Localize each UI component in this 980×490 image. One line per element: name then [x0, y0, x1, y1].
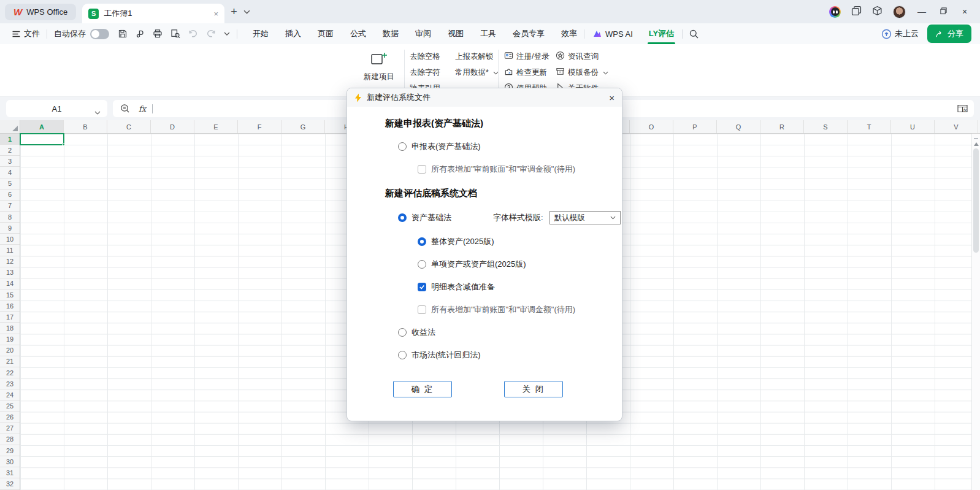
radio-unchecked-icon[interactable] — [418, 260, 426, 269]
row-header-19[interactable]: 19 — [0, 334, 20, 345]
row-header-7[interactable]: 7 — [0, 201, 20, 212]
formula-search-icon[interactable] — [120, 104, 130, 113]
restore-button[interactable] — [938, 7, 949, 17]
select-all-corner[interactable] — [0, 120, 20, 133]
ribbon-button[interactable]: 去除空格 — [410, 51, 440, 62]
print-preview-icon[interactable] — [170, 29, 180, 39]
save-icon[interactable] — [118, 29, 128, 39]
row-header-27[interactable]: 27 — [0, 423, 20, 434]
scrollbar-split-handle[interactable] — [974, 138, 978, 139]
row-header-8[interactable]: 8 — [0, 212, 20, 223]
font-template-select[interactable]: 默认模版 — [549, 211, 621, 224]
column-header-G[interactable]: G — [281, 120, 325, 133]
selected-cell-a1[interactable] — [20, 133, 64, 145]
ribbon-button[interactable]: 去除字符 — [410, 67, 440, 78]
checkbox-option[interactable]: 明细表含减值准备 — [418, 281, 622, 293]
tab-close-icon[interactable]: × — [214, 9, 219, 18]
fx-icon[interactable]: fx — [139, 104, 146, 113]
column-header-D[interactable]: D — [151, 120, 194, 133]
radio-unchecked-icon[interactable] — [398, 351, 407, 359]
row-header-29[interactable]: 29 — [0, 445, 20, 456]
checkbox-checked-icon[interactable] — [418, 283, 426, 291]
column-header-A[interactable]: A — [20, 120, 64, 133]
ribbon-button[interactable]: 注册/登录 — [504, 51, 549, 62]
row-header-22[interactable]: 22 — [0, 367, 20, 378]
row-header-4[interactable]: 4 — [0, 167, 20, 178]
minimize-button[interactable]: — — [916, 7, 927, 17]
workspace-panels-icon[interactable] — [851, 6, 862, 18]
tab-list-chevron-icon[interactable] — [243, 10, 250, 14]
new-project-button[interactable]: 新建项目 — [359, 51, 399, 82]
ribbon-button[interactable]: 资讯查询 — [556, 51, 608, 62]
row-header-31[interactable]: 31 — [0, 467, 20, 478]
column-header-Q[interactable]: Q — [717, 120, 760, 133]
radio-option[interactable]: 整体资产(2025版) — [418, 236, 622, 247]
row-header-3[interactable]: 3 — [0, 156, 20, 167]
share-button[interactable]: 分享 — [927, 25, 971, 43]
row-header-6[interactable]: 6 — [0, 189, 20, 201]
dropdown-chevron-icon[interactable] — [602, 68, 608, 77]
radio-option[interactable]: 资产基础法字体样式模版:默认模版 — [398, 211, 622, 224]
radio-checked-icon[interactable] — [418, 237, 426, 246]
checkbox-unchecked-icon[interactable] — [418, 165, 426, 174]
scrollbar-thumb[interactable] — [973, 148, 979, 253]
app-center-cube-icon[interactable] — [872, 6, 882, 18]
ribbon-button[interactable]: 上报表解锁 — [455, 51, 499, 62]
menu-tab-10[interactable]: 效率 — [561, 28, 577, 39]
column-header-S[interactable]: S — [804, 120, 848, 133]
row-header-16[interactable]: 16 — [0, 301, 20, 312]
row-header-30[interactable]: 30 — [0, 456, 20, 467]
row-header-5[interactable]: 5 — [0, 178, 20, 189]
column-header-B[interactable]: B — [64, 120, 107, 133]
row-header-25[interactable]: 25 — [0, 400, 20, 412]
document-tab[interactable]: S 工作簿1 × — [82, 4, 224, 23]
print-icon[interactable] — [153, 29, 163, 39]
column-header-T[interactable]: T — [848, 120, 891, 133]
row-header-20[interactable]: 20 — [0, 345, 20, 356]
menu-tab-9[interactable]: 会员专享 — [513, 28, 545, 39]
fill-handle[interactable] — [62, 143, 65, 146]
column-header-O[interactable]: O — [630, 120, 673, 133]
row-header-10[interactable]: 10 — [0, 234, 20, 245]
scroll-up-arrow-icon[interactable] — [974, 142, 979, 146]
radio-unchecked-icon[interactable] — [398, 142, 407, 151]
menu-tab-5[interactable]: 数据 — [383, 28, 399, 39]
user-avatar[interactable] — [893, 6, 906, 18]
wps-ai-tab[interactable]: WPS AI — [592, 29, 633, 39]
insert-function-table-icon[interactable]: fx — [957, 104, 968, 116]
checkbox-option[interactable]: 所有表增加"审前账面"和"审调金额"(待用) — [418, 164, 622, 175]
vertical-scrollbar[interactable] — [971, 134, 980, 490]
radio-checked-icon[interactable] — [398, 213, 407, 222]
app-home-button[interactable]: W WPS Office — [5, 4, 76, 20]
menu-tab-2[interactable]: 插入 — [285, 28, 301, 39]
export-pdf-icon[interactable] — [136, 29, 145, 39]
ai-assistant-icon[interactable] — [829, 6, 841, 18]
dialog-close-icon[interactable]: × — [609, 93, 614, 103]
checkbox-unchecked-icon[interactable] — [418, 305, 426, 314]
row-header-23[interactable]: 23 — [0, 378, 20, 389]
column-header-P[interactable]: P — [673, 120, 717, 133]
column-header-U[interactable]: U — [891, 120, 935, 133]
ribbon-button[interactable]: 常用数据* — [455, 67, 499, 78]
menu-tab-6[interactable]: 审阅 — [415, 28, 431, 39]
row-header-11[interactable]: 11 — [0, 245, 20, 256]
column-header-F[interactable]: F — [238, 120, 281, 133]
confirm-button[interactable]: 确 定 — [393, 381, 452, 397]
radio-option[interactable]: 市场法(统计回归法) — [398, 350, 622, 361]
menu-tab-4[interactable]: 公式 — [350, 28, 366, 39]
row-header-26[interactable]: 26 — [0, 412, 20, 423]
row-header-18[interactable]: 18 — [0, 323, 20, 334]
search-icon[interactable] — [689, 29, 699, 39]
radio-option[interactable]: 单项资产或资产组(2025版) — [418, 259, 622, 270]
row-header-1[interactable]: 1 — [0, 134, 20, 145]
autosave-toggle[interactable] — [90, 29, 109, 39]
row-header-32[interactable]: 32 — [0, 478, 20, 489]
column-header-E[interactable]: E — [194, 120, 238, 133]
name-box[interactable]: A1 — [6, 100, 107, 117]
column-header-V[interactable]: V — [935, 120, 978, 133]
row-header-9[interactable]: 9 — [0, 223, 20, 234]
radio-unchecked-icon[interactable] — [398, 328, 407, 337]
radio-option[interactable]: 收益法 — [398, 327, 622, 338]
menu-tab-1[interactable]: 开始 — [253, 28, 269, 39]
column-header-R[interactable]: R — [760, 120, 804, 133]
